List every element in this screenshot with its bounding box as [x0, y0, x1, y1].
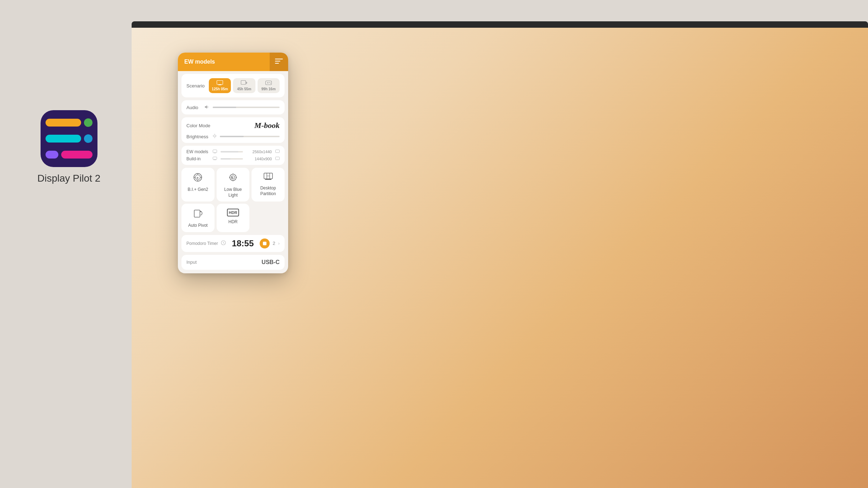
auto-pivot-label: Auto Pivot: [188, 223, 208, 229]
svg-line-45: [223, 243, 224, 244]
audio-label: Audio: [186, 105, 201, 110]
color-mode-row: Color Mode M-book: [186, 121, 280, 130]
menu-icon: [275, 59, 283, 65]
pomodoro-stop-button[interactable]: [260, 238, 270, 248]
resolution-section: EW models 2560x1440: [181, 146, 285, 165]
icon-toggle-purple: [46, 151, 58, 159]
svg-rect-41: [194, 210, 200, 217]
feature-bi-gen2[interactable]: B B.I.+ Gen2: [181, 168, 215, 202]
panel-body: Scenario 125h 05m: [178, 74, 288, 273]
ew-res-icon: [275, 149, 280, 154]
scenario-time-desktop: 125h 05m: [212, 87, 228, 91]
ew-res-value: 2560x1440: [245, 150, 272, 154]
feature-desktop-partition[interactable]: DesktopPartition: [252, 168, 285, 202]
bi-gen2-icon: B: [193, 173, 202, 184]
ew-models-label: EW models: [186, 149, 211, 154]
scenario-btn-video[interactable]: 45h 55m: [233, 78, 255, 93]
app-icon-container: Display Pilot 2: [37, 110, 100, 184]
scenario-btn-game[interactable]: 99h 16m: [258, 78, 280, 93]
feature-hdr[interactable]: HDR HDR: [217, 204, 250, 232]
svg-point-8: [269, 82, 270, 83]
pomodoro-count: 2: [272, 241, 275, 246]
icon-dot-green: [84, 118, 92, 127]
low-blue-light-label: Low BlueLight: [224, 187, 242, 198]
low-blue-icon: B: [228, 173, 238, 184]
audio-slider[interactable]: [213, 107, 280, 108]
svg-rect-20: [213, 157, 217, 160]
builtin-res-fill: [221, 158, 231, 160]
scenario-desktop-icon: [217, 80, 223, 86]
icon-toggle-cyan: [46, 135, 81, 143]
svg-marker-4: [246, 81, 247, 84]
svg-point-9: [270, 83, 271, 84]
bi-gen2-label: B.I.+ Gen2: [187, 187, 208, 193]
brightness-slider[interactable]: [220, 136, 280, 137]
builtin-res-bar: [221, 158, 243, 160]
scenario-buttons: 125h 05m 45h 55m: [209, 78, 280, 93]
input-value: USB-C: [261, 259, 280, 266]
pomodoro-chevron-icon: ›: [278, 241, 280, 246]
hdr-label: HDR: [228, 219, 238, 225]
svg-rect-19: [276, 150, 280, 153]
feature-grid-row2: Auto Pivot HDR HDR: [181, 204, 285, 232]
audio-fill: [213, 107, 236, 108]
builtin-res-value: 1440x900: [245, 157, 272, 161]
audio-section: Audio: [181, 100, 285, 114]
scenario-video-icon: [241, 80, 247, 86]
svg-text:B: B: [197, 177, 199, 179]
header-menu-button[interactable]: [270, 53, 288, 71]
audio-speaker-icon: [204, 104, 209, 110]
icon-toggle-orange: [46, 119, 81, 127]
svg-marker-10: [205, 105, 207, 109]
scenario-game-icon: [265, 80, 272, 86]
monitor-bezel: [132, 21, 868, 28]
desktop-partition-label: DesktopPartition: [260, 186, 276, 197]
partition-icon: [264, 173, 273, 183]
header-left: EW models: [178, 53, 270, 71]
builtin-display-icon: [213, 157, 217, 161]
svg-rect-0: [217, 81, 223, 85]
brightness-icon: [212, 134, 217, 139]
scenario-time-video: 45h 55m: [237, 87, 251, 91]
builtin-label: Build-in: [186, 156, 211, 161]
pomodoro-clock-icon: [221, 240, 226, 246]
scenario-row: Scenario 125h 05m: [186, 78, 280, 93]
color-mode-label: Color Mode: [186, 123, 210, 128]
color-mode-section: Color Mode M-book Brightness: [181, 117, 285, 143]
feature-low-blue-light[interactable]: B Low BlueLight: [217, 168, 250, 202]
svg-rect-16: [213, 150, 217, 153]
scenario-section: Scenario 125h 05m: [181, 74, 285, 97]
resolution-row-builtin: Build-in 1440x900: [186, 156, 280, 161]
pomodoro-label: Pomodoro Timer: [186, 241, 218, 246]
ew-res-fill: [221, 151, 238, 152]
svg-point-11: [214, 135, 216, 137]
hdr-icon: HDR: [227, 209, 239, 216]
brightness-row: Brightness: [186, 134, 280, 139]
audio-row: Audio: [186, 104, 280, 110]
scenario-btn-desktop[interactable]: 125h 05m: [209, 78, 231, 93]
ew-display-icon: [213, 150, 217, 154]
brightness-label: Brightness: [186, 134, 210, 139]
scenario-time-game: 99h 16m: [261, 87, 276, 91]
input-section[interactable]: Input USB-C: [181, 255, 285, 270]
popup-panel: EW models Scenario: [178, 53, 288, 273]
svg-text:B: B: [232, 176, 233, 179]
input-label: Input: [186, 259, 197, 265]
stop-icon: [263, 242, 266, 245]
color-mode-value: M-book: [254, 121, 280, 130]
panel-title: EW models: [184, 59, 215, 65]
pomodoro-time: 18:55: [229, 238, 257, 248]
brightness-fill: [220, 136, 244, 137]
ew-res-bar: [221, 151, 243, 152]
icon-dot-blue: [84, 134, 92, 143]
resolution-row-ew: EW models 2560x1440: [186, 149, 280, 154]
app-icon[interactable]: [41, 110, 97, 167]
panel-header: EW models: [178, 53, 288, 71]
feature-grid-row1: B B.I.+ Gen2 B Low: [181, 168, 285, 202]
builtin-res-icon: [275, 156, 280, 161]
app-name: Display Pilot 2: [37, 173, 100, 184]
auto-pivot-icon: [193, 209, 202, 220]
icon-toggle-pink: [61, 151, 92, 159]
scenario-label: Scenario: [186, 83, 206, 89]
feature-auto-pivot[interactable]: Auto Pivot: [181, 204, 215, 232]
